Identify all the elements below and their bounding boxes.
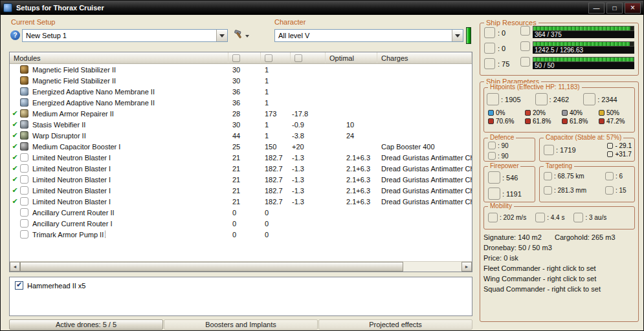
tab-boosters-implants[interactable]: Boosters and Implants (164, 319, 318, 330)
module-name: Limited Neutron Blaster I (31, 198, 112, 206)
tools-icon (234, 29, 244, 42)
modules-column-header[interactable]: Modules (10, 52, 228, 63)
scrollbar-thumb[interactable] (20, 262, 403, 272)
module-row[interactable]: Ancillary Current Router I00 (10, 218, 472, 229)
horizontal-scrollbar[interactable] (10, 261, 472, 272)
mobility-rows: : 202 m/s: 4.4 s: 3 au/s (488, 213, 633, 222)
module-row[interactable]: ✔Medium Capacitor Booster I25150+20Cap B… (10, 141, 472, 152)
turret-hardpoint-icon (484, 27, 495, 38)
stat-value: : 281.3 mm (554, 187, 586, 194)
shield-icon (487, 93, 499, 105)
module-row[interactable]: Trimark Armor Pump II00 (10, 229, 472, 240)
module-cpu: 44 (228, 132, 261, 140)
target-range-icon (544, 172, 552, 180)
wing-commander-text[interactable]: Wing Commander - right click to set (483, 275, 596, 283)
close-button[interactable] (625, 3, 641, 14)
character-dropdown[interactable]: All level V (274, 29, 463, 42)
module-pg: 182.7 (261, 198, 291, 206)
armor-repairer-icon (20, 109, 28, 118)
module-pg: 173 (261, 110, 291, 118)
kinetic-shield-resist-icon (562, 110, 568, 116)
stat-value: : 1905 (501, 96, 521, 103)
stat-value: : 90 (498, 142, 509, 149)
scroll-left-button[interactable] (10, 262, 20, 272)
setup-dropdown[interactable]: New Setup 1 (22, 29, 228, 42)
charges-column-header[interactable]: Charges (377, 52, 472, 63)
active-check-icon: ✔ (12, 153, 17, 161)
maximize-button[interactable] (606, 3, 623, 14)
magstab-icon (20, 65, 28, 74)
hitpoints-label: Hitpoints (Effective HP: 11,183) (488, 83, 582, 91)
stat-value: : 4.4 s (547, 214, 564, 221)
character-dropdown-value: All level V (275, 32, 452, 39)
module-row[interactable]: ✔Limited Neutron Blaster I21182.7-1.32.1… (10, 163, 472, 174)
cap-delta: +31.7 (607, 151, 632, 158)
stat: : 90 (488, 142, 533, 149)
launcher-hardpoint-icon (484, 43, 495, 54)
resource-slot: : 75 (484, 58, 509, 69)
setup-tools-button[interactable] (232, 29, 256, 42)
modules-table-header[interactable]: Modules Optimal Charges (10, 52, 472, 64)
module-optimal: 10 (326, 121, 377, 129)
help-icon[interactable] (10, 30, 20, 40)
titlebar[interactable]: Setups for Thorax Cruiser (1, 1, 643, 15)
stat: : 6 (605, 172, 633, 180)
window-title: Setups for Thorax Cruiser (16, 4, 586, 12)
tab-projected-effects[interactable]: Projected effects (318, 319, 472, 330)
active-check-icon: ✔ (12, 186, 17, 194)
minimize-button[interactable] (588, 3, 605, 14)
module-row[interactable]: Ancillary Current Router II00 (10, 207, 472, 218)
module-row[interactable]: Magnetic Field Stabilizer II301 (10, 75, 472, 86)
module-row[interactable]: ✔Limited Neutron Blaster I21182.7-1.32.1… (10, 185, 472, 196)
capacitor-group: Capacitor (Stable at: 57%) : 1719- 29.1+… (539, 138, 635, 162)
module-row[interactable]: ✔Limited Neutron Blaster I21182.7-1.32.1… (10, 174, 472, 185)
scan-resolution-icon (544, 186, 552, 195)
module-cpu: 21 (228, 198, 261, 206)
module-charges: Dread Guristas Antimatter Ch (377, 198, 472, 206)
stat: : 90 (488, 152, 533, 160)
module-cpu: 30 (228, 66, 261, 74)
optimal-column-header[interactable]: Optimal (326, 52, 377, 63)
module-cpu: 0 (228, 231, 261, 239)
align-time-icon (535, 213, 545, 222)
chevron-down-icon[interactable] (452, 30, 463, 41)
module-pg: 0 (261, 209, 291, 217)
drone-list-item[interactable]: Hammerhead II x5 (15, 281, 467, 290)
resource-bar-text: 364 / 375 (533, 31, 634, 38)
chevron-down-icon[interactable] (216, 30, 227, 41)
module-name: Medium Armor Repairer II (31, 110, 115, 118)
cap-plus-icon (607, 151, 613, 157)
module-row[interactable]: ✔Warp Disruptor II441-3.824 (10, 130, 472, 141)
module-cap: -17.8 (291, 110, 326, 118)
module-row[interactable]: Energized Adaptive Nano Membrane II361 (10, 97, 472, 108)
active-check-icon: ✔ (12, 197, 17, 205)
stat-value: +31.7 (615, 151, 631, 158)
module-cpu: 25 (228, 143, 261, 151)
fleet-commander-text[interactable]: Fleet Commander - right click to set (483, 264, 596, 272)
scroll-right-button[interactable] (461, 262, 472, 272)
module-row[interactable]: Magnetic Field Stabilizer II301 (10, 64, 472, 75)
module-row[interactable]: ✔Stasis Webifier II301-0.910 (10, 119, 472, 130)
capbooster-icon (20, 142, 28, 151)
module-pg: 1 (261, 121, 291, 129)
capacitor-icon (544, 145, 554, 155)
drone-checkbox[interactable] (15, 281, 23, 290)
signature-text: Signature: 140 m2 (483, 233, 542, 241)
drones-panel[interactable]: Hammerhead II x5 (9, 277, 472, 316)
cap-minus-icon (607, 143, 613, 149)
capacitor-content: : 1719- 29.1+31.7 (544, 142, 632, 158)
module-row[interactable]: ✔Limited Neutron Blaster I21182.7-1.32.1… (10, 152, 472, 163)
active-check-icon: ✔ (12, 175, 17, 183)
module-row[interactable]: ✔Limited Neutron Blaster I21182.7-1.32.1… (10, 196, 472, 207)
chevron-down-icon (245, 35, 249, 39)
module-row[interactable]: Energized Adaptive Nano Membrane II361 (10, 86, 472, 97)
squad-commander-text[interactable]: Squad Commander - right click to set (483, 285, 601, 293)
resource-slots: : 0: 0: 75 (484, 27, 509, 69)
module-name: Energized Adaptive Nano Membrane II (31, 88, 156, 96)
active-check-icon: ✔ (12, 131, 17, 139)
tab-active-drones[interactable]: Active drones: 5 / 5 (9, 319, 163, 330)
module-optimal: 2.1+6.3 (326, 154, 377, 162)
module-row[interactable]: ✔Medium Armor Repairer II28173-17.8 (10, 108, 472, 119)
module-cpu: 0 (228, 220, 261, 228)
module-pg: 1 (261, 66, 291, 74)
